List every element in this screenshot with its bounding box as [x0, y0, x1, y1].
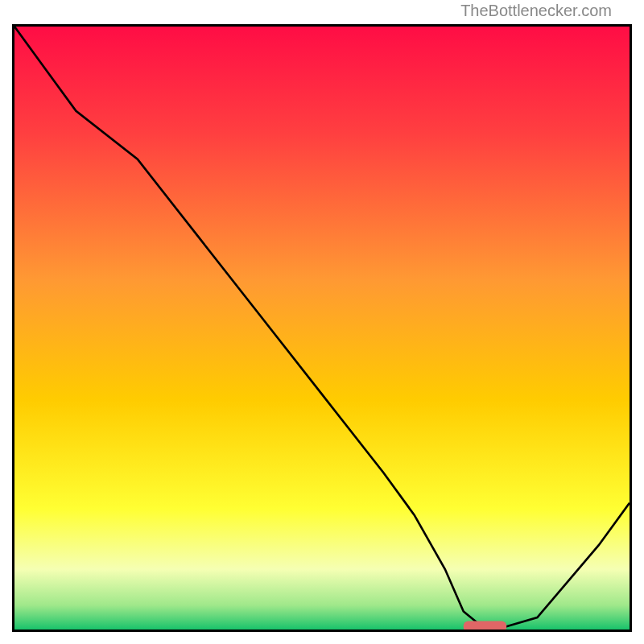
- chart-frame: [12, 24, 632, 632]
- gradient-background: [14, 27, 630, 630]
- chart-area: [14, 27, 630, 630]
- chart-svg: [14, 27, 630, 630]
- attribution-text: TheBottlenecker.com: [460, 2, 612, 20]
- optimal-marker: [464, 621, 506, 630]
